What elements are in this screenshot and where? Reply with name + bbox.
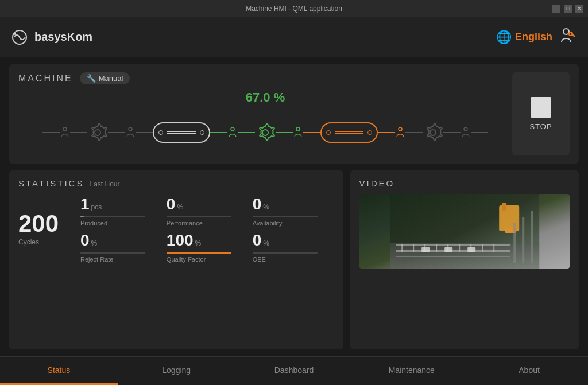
- video-frame: [359, 194, 570, 269]
- svg-point-2: [563, 29, 569, 34]
- svg-point-1: [14, 33, 16, 35]
- stats-subtitle: Last Hour: [90, 180, 119, 188]
- close-button[interactable]: ✕: [575, 5, 583, 13]
- stat-bar-fill-quality: [167, 252, 231, 254]
- person-node-green: [227, 127, 238, 138]
- line-green-1: [210, 132, 227, 133]
- line-gray-2: [70, 132, 87, 133]
- manual-mode-badge[interactable]: 🔧 Manual: [80, 72, 130, 84]
- gear-node-1: [87, 122, 108, 143]
- stat-label-produced: Produced: [80, 220, 162, 227]
- stat-card-reject: 0 % Reject Rate: [80, 231, 162, 263]
- machine-content: MACHINE 🔧 Manual 67.0 %: [18, 72, 512, 155]
- svg-point-12: [464, 127, 467, 131]
- nav-item-logging[interactable]: Logging: [118, 357, 235, 385]
- stat-value-performance: 0: [167, 195, 176, 213]
- gear-node-right: [423, 122, 443, 143]
- stop-label: STOP: [529, 122, 552, 131]
- nav-label-logging: Logging: [162, 365, 191, 375]
- svg-point-5: [95, 130, 100, 135]
- svg-point-8: [262, 130, 268, 135]
- person-node-2: [125, 127, 136, 138]
- svg-point-11: [430, 130, 436, 135]
- belt-line-orange-top: [335, 131, 363, 133]
- svg-rect-30: [513, 223, 516, 263]
- belt-conveyor-idle: [153, 122, 210, 143]
- stop-panel[interactable]: STOP: [512, 72, 570, 155]
- language-label: English: [515, 31, 552, 43]
- progress-value: 67.0: [246, 90, 270, 104]
- svg-rect-32: [531, 211, 533, 263]
- window-controls[interactable]: ─ □ ✕: [552, 5, 583, 13]
- belt-dot-right: [200, 130, 204, 135]
- gear-node-green: [255, 122, 276, 143]
- stat-card-oee: 0 % OEE: [253, 231, 334, 263]
- maximize-button[interactable]: □: [564, 5, 572, 13]
- line-gray-1: [42, 132, 60, 133]
- cycles-block: 200 Cycles: [18, 195, 76, 263]
- belt-lines-mid-orange: [333, 131, 365, 134]
- statistics-section: STATISTICS Last Hour 200 Cycles 1 pcs: [9, 170, 343, 349]
- logo-icon: [11, 28, 30, 46]
- line-gray-3: [108, 132, 125, 133]
- line-orange-2: [378, 132, 395, 133]
- svg-rect-26: [493, 244, 494, 252]
- svg-rect-18: [401, 244, 403, 252]
- nav-item-about[interactable]: About: [470, 357, 588, 385]
- titlebar: Machine HMI - QML application ─ □ ✕: [0, 0, 588, 17]
- stat-bar-performance: [167, 216, 231, 217]
- belt-dot-orange-left: [326, 130, 331, 135]
- stat-value-quality: 100: [167, 231, 194, 250]
- person-node-1: [60, 127, 70, 138]
- nav-item-dashboard[interactable]: Dashboard: [235, 357, 353, 385]
- nav-item-status[interactable]: Status: [0, 357, 118, 385]
- belt-line-orange-bot: [335, 133, 363, 134]
- stat-card-availability: 0 % Availability: [253, 195, 334, 227]
- stat-bar-fill-produced: [80, 216, 84, 217]
- line-green-3: [276, 132, 293, 133]
- stat-label-oee: OEE: [253, 256, 334, 263]
- stop-button-square[interactable]: [531, 97, 551, 118]
- logo-text: basysKom: [34, 30, 92, 44]
- svg-rect-21: [436, 244, 437, 252]
- svg-point-7: [231, 127, 234, 131]
- svg-rect-14: [390, 243, 539, 269]
- nav-label-dashboard: Dashboard: [274, 365, 314, 375]
- video-svg: [359, 194, 570, 269]
- bottom-row: STATISTICS Last Hour 200 Cycles 1 pcs: [9, 170, 579, 349]
- conveyor-diagram: [18, 110, 512, 155]
- svg-point-4: [63, 127, 67, 131]
- stat-value-oee: 0: [253, 231, 262, 250]
- stat-card-performance: 0 % Performance: [167, 195, 248, 227]
- stat-unit-oee: %: [263, 239, 269, 247]
- machine-section: MACHINE 🔧 Manual 67.0 %: [9, 64, 579, 164]
- cycles-value: 200: [18, 212, 76, 236]
- minimize-button[interactable]: ─: [552, 5, 560, 13]
- belt-lines-mid: [165, 131, 198, 134]
- belt-line-top: [167, 131, 196, 133]
- logo: basysKom: [11, 28, 496, 46]
- language-button[interactable]: 🌐 English: [496, 30, 552, 45]
- stat-label-availability: Availability: [253, 220, 334, 227]
- stat-value-reject: 0: [80, 231, 90, 250]
- stat-unit-performance: %: [177, 203, 183, 211]
- video-simulation: [359, 194, 570, 269]
- stat-bar-availability: [253, 216, 318, 217]
- globe-icon: 🌐: [496, 30, 512, 45]
- stat-card-produced: 1 pcs Produced: [80, 195, 162, 227]
- video-section: VIDEO: [350, 170, 579, 349]
- stat-label-performance: Performance: [167, 220, 248, 227]
- nav-label-maintenance: Maintenance: [389, 365, 435, 375]
- person-node-orange: [395, 127, 405, 138]
- stats-title: STATISTICS: [18, 178, 84, 188]
- cycles-label: Cycles: [18, 238, 76, 246]
- line-gray-4: [136, 132, 153, 133]
- stat-value-availability: 0: [253, 195, 262, 213]
- line-gray-6: [443, 132, 461, 133]
- svg-rect-23: [459, 244, 460, 252]
- main-content: MACHINE 🔧 Manual 67.0 %: [0, 57, 588, 356]
- person-node-green2: [293, 127, 303, 138]
- nav-item-maintenance[interactable]: Maintenance: [353, 357, 470, 385]
- line-green-2: [238, 132, 255, 133]
- user-settings-icon[interactable]: [559, 27, 577, 48]
